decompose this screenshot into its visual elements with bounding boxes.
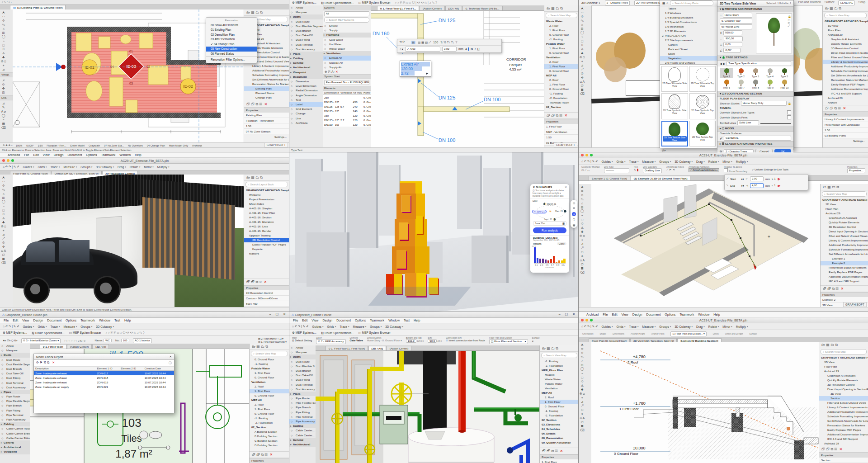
view-map-item[interactable]: 02_Section [544,105,579,109]
tool-item[interactable]: Arrow [289,345,316,350]
menu[interactable]: Teamwork [679,313,694,316]
tool-item[interactable]: Pipe Flexible Se... [289,401,316,405]
navigator-icons[interactable]: 🗁 ▦ 🗀 ⧉ [821,184,868,190]
layer-select[interactable]: 3 - Drawing Trees [605,0,630,5]
library-folder[interactable]: 2.9 People and Vehicles [660,61,717,65]
toolbar-trace[interactable]: Trace [629,325,639,328]
menu[interactable]: Edit [302,319,307,322]
view-map-item[interactable]: Easily Replace PDF Pages [821,270,868,274]
tree-type-option[interactable]: Type 5 [778,68,791,78]
view-tab[interactable]: (Action Center) [387,346,412,350]
tool-item[interactable]: Pipes [289,392,316,396]
navigator-actions[interactable]: 🗗 🗗 ⧉ ▦ ✕ [821,285,868,292]
layout-item[interactable]: Masters [244,251,289,256]
mep-search-input[interactable]: ⌕Search MEP Systems [324,17,369,23]
menu-item[interactable]: Renovation Filter Options... [206,57,257,62]
toolbar-rotate[interactable]: Rotate [708,160,719,163]
toolbar-multiply[interactable]: Multiply [157,165,170,169]
menu-item[interactable]: 03 After Demolition [206,37,257,42]
quick-option[interactable]: Floorplan - Ren... [47,144,66,147]
view-map-item[interactable]: Additional Productivity Improvements [823,64,868,69]
view-map-item[interactable]: Example 1 [821,256,868,261]
zone-number-field[interactable]: 103 [121,339,129,342]
menu[interactable]: View [311,319,318,322]
table-row[interactable]: DN125 - 125x12400. Grou... [323,109,371,113]
tool-item[interactable]: Pipe Branch [0,403,30,408]
menu[interactable]: Document [67,153,82,156]
view-tab[interactable]: 0 1. First Floor) [40,344,66,349]
view-map-item[interactable]: Library & Content Improvements [244,64,289,68]
view-map-item[interactable]: Easily Replace PDF Pages [823,82,868,87]
mep-browser-button[interactable]: ◫ MEP System Browser [69,331,101,335]
quick-option[interactable]: 07 No Zone Sta... [104,144,124,147]
view-map-item[interactable]: Additional Productivity Improvements [821,243,868,247]
view-map-item[interactable]: 2. Roof [540,395,579,400]
menu[interactable]: Window [388,319,400,322]
menu[interactable]: Edit [13,319,18,322]
navigator-icons[interactable]: 🗁 ▦ 🗀 ⧉ [244,9,289,16]
tool-item[interactable]: Label [289,102,323,107]
view-map-item[interactable]: 2. Roof [544,24,579,28]
size-fields[interactable]: 90.0 28.0 [428,339,442,343]
tool-item[interactable]: Cable Carrier Branch [0,431,30,436]
view-map-item[interactable]: Direct Input Opening in Section/Elevatio… [821,229,868,234]
layout-item[interactable]: Project Presentation [244,197,289,202]
tool-item[interactable]: Duct Accessory [0,385,30,390]
layout-item[interactable]: A-401-16: Floor Plan [244,211,289,215]
width-field[interactable]: 900,00 [724,36,743,41]
inherit-checkbox[interactable]: ☑ Inherit connection size from Route [446,339,485,342]
menu[interactable]: Window [119,153,131,156]
view-tab[interactable]: (1) Example 2 [3D-10 Ground Floor Plan] [631,176,691,180]
menu-item[interactable]: 01 Existing Plan [206,28,257,33]
properties-header[interactable]: Properties [244,108,289,113]
surface-select[interactable]: GENERAL [838,0,855,5]
view-map-item[interactable]: Floor Plan [819,364,868,369]
arrowhead-type-buttons[interactable]: ⟋ ➤ ◄ [666,168,684,171]
systems-filter-select[interactable]: All [324,11,369,16]
view-map-item[interactable]: 04_Schedules [540,427,579,431]
menu[interactable]: Teamwork [101,153,115,156]
view-map-item[interactable]: Heating [540,373,579,377]
library-folder[interactable]: 2.2 Site Improvements [660,38,717,43]
view-map-item[interactable]: Direct Input Opening in Section/Elevatio… [823,51,868,55]
format-row-1[interactable]: ⟲ ⟳ ⌒ ▤ ▥ ▦ ▧ ⤢ 100 ⇅ % T↑ T↓ ⊤ [397,39,501,46]
menu[interactable]: Document [646,313,660,316]
view-map-item[interactable]: Schedule Formatting Improvements [821,247,868,252]
view-map-item[interactable]: IFC 4.3 and SRI Support [819,437,868,441]
library-folder[interactable]: 2. VISUALIZATION [660,33,717,38]
height-field[interactable]: 930,00 [723,30,742,35]
view-map-item[interactable]: Potable Water [250,366,289,371]
layout-item[interactable]: 3D Resolution Control [244,238,289,242]
layout-item[interactable]: Welcome [244,193,289,197]
view-map-item[interactable]: 06_Details [540,431,579,436]
tool-item[interactable]: Pipe Fitting [0,408,30,413]
toolbar-grids[interactable]: Grids [617,160,626,163]
view-map-item[interactable]: 0. Ground Floor [544,51,579,55]
toolbar-guides[interactable]: Guides [23,165,34,169]
view-map-item[interactable]: -1. Footing [544,91,579,96]
tool-item[interactable]: Arc/Circle [289,121,323,125]
window-controls[interactable]: – ▢ ✕ [559,312,577,316]
tool-icons[interactable]: ⮝ ▭ ⟐ ✎ ⌂ ⊞ ◯ ⌁ ⬚ ◇ ⟁ ✚ ⊕ ◻ ⌖ ⊿ ↗ ⊙ ✥ ⊡ … [579,342,591,433]
layout-item[interactable]: A-401-16: Section [244,215,289,220]
tool-item[interactable]: Duct Terminal [0,381,30,385]
toolbar-guides[interactable]: Guides [601,325,613,328]
tree-type-option[interactable]: Type 2 [734,68,748,78]
mep-systems-button[interactable]: ⚙ MEP Systems... [292,1,316,5]
tree-type-option[interactable]: Type 3 [749,68,762,78]
view-map-item[interactable]: 08_Presentation [540,436,579,440]
view-map-item[interactable]: GRAPHISOFT ARCHICAD Sample Project – Hil… [819,355,868,360]
default-settings-button[interactable]: ⛭ Default Setting [292,339,312,342]
view-map-item[interactable]: 1. First Floor [544,82,579,87]
tool-item[interactable]: Cabling [0,422,30,426]
elements-header[interactable]: Elements [323,86,371,91]
system-item[interactable]: Extract Air [323,56,371,60]
view-map-item[interactable]: Existing Plan [244,86,289,91]
library-item[interactable]: 2D Tree Symbolic Top View [689,93,716,119]
tool-icons[interactable]: ⮝ ▭ ⟐ ✎ ⌂ ⊞ ◯ ⌁ ⬚ ◇ ⟁ ✚ ⊕ ◻ ⌖ ⊿ [0,9,13,72]
search-input[interactable]: ⌕Search View Map [821,349,867,354]
view-map-item[interactable]: Waste Water [544,19,579,24]
library-search[interactable]: ⌕ Search Library Parts [670,0,713,6]
toolbar-guides[interactable]: Guides [312,325,323,328]
navigator-icons[interactable]: 🗁 ▦ 🗀 ⧉ [823,5,868,12]
